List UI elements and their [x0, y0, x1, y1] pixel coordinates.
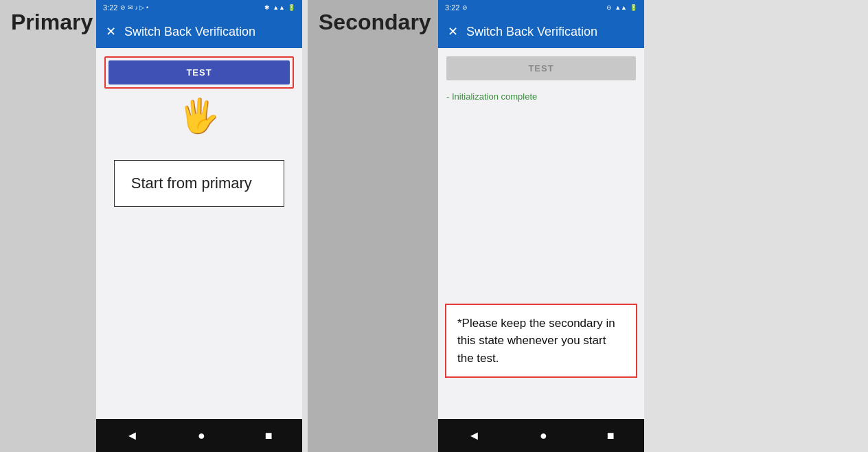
primary-phone-frame: 3:22 ⊘ ✉ ♪ ▷ • ✱ ▲▲ 🔋 ✕ Switch Back Veri…: [96, 0, 302, 452]
secondary-app-title: Switch Back Verification: [466, 25, 597, 39]
primary-wifi-icon: ▲▲: [273, 4, 285, 11]
primary-status-bar: 3:22 ⊘ ✉ ♪ ▷ • ✱ ▲▲ 🔋: [96, 0, 302, 15]
primary-test-button-wrapper: TEST: [104, 56, 294, 89]
secondary-status-right: ⊖ ▲▲ 🔋: [606, 4, 637, 11]
primary-content: TEST 🖐 Start from primary: [96, 48, 302, 419]
secondary-close-button[interactable]: ✕: [448, 25, 458, 38]
secondary-nav-bar: ◄ ● ■: [438, 419, 644, 452]
primary-label: Primary: [0, 0, 96, 452]
secondary-status-bar: 3:22 ⊘ ⊖ ▲▲ 🔋: [438, 0, 644, 15]
primary-status-left: 3:22 ⊘ ✉ ♪ ▷ •: [103, 3, 148, 12]
primary-start-box: Start from primary: [114, 160, 284, 207]
primary-test-button[interactable]: TEST: [108, 60, 290, 84]
primary-app-bar: ✕ Switch Back Verification: [96, 15, 302, 48]
secondary-panel: Secondary 3:22 ⊘ ⊖ ▲▲ 🔋 ✕ Switch Back Ve…: [308, 0, 644, 452]
secondary-recent-button[interactable]: ■: [607, 429, 615, 443]
secondary-wifi-icon: ▲▲: [615, 4, 627, 11]
panel-divider: [302, 0, 308, 452]
primary-status-icons: ⊘ ✉ ♪ ▷ •: [120, 4, 148, 11]
secondary-circle-icon: ⊖: [606, 4, 612, 11]
primary-recent-button[interactable]: ■: [265, 429, 273, 443]
secondary-status-icons: ⊘: [462, 4, 468, 11]
secondary-note-box: *Please keep the secondary in this state…: [445, 304, 637, 378]
secondary-home-button[interactable]: ●: [540, 429, 547, 443]
secondary-log-text: - Initialization complete: [446, 91, 636, 102]
primary-nav-bar: ◄ ● ■: [96, 419, 302, 452]
secondary-label: Secondary: [308, 0, 438, 452]
secondary-time: 3:22: [445, 3, 459, 12]
secondary-content: TEST - Initialization complete *Please k…: [438, 48, 644, 419]
primary-app-title: Switch Back Verification: [124, 25, 255, 39]
secondary-phone-frame: 3:22 ⊘ ⊖ ▲▲ 🔋 ✕ Switch Back Verification…: [438, 0, 644, 452]
primary-close-button[interactable]: ✕: [106, 25, 116, 38]
primary-battery-icon: 🔋: [288, 4, 295, 11]
secondary-battery-icon: 🔋: [630, 4, 637, 11]
primary-bluetooth-icon: ✱: [264, 4, 270, 11]
primary-panel: Primary 3:22 ⊘ ✉ ♪ ▷ • ✱ ▲▲ 🔋 ✕ Switch B…: [0, 0, 302, 452]
secondary-status-left: 3:22 ⊘: [445, 3, 468, 12]
secondary-app-bar: ✕ Switch Back Verification: [438, 15, 644, 48]
primary-home-button[interactable]: ●: [198, 429, 205, 443]
secondary-test-button: TEST: [446, 56, 636, 80]
primary-status-right: ✱ ▲▲ 🔋: [264, 4, 295, 11]
primary-back-button[interactable]: ◄: [126, 429, 138, 443]
primary-time: 3:22: [103, 3, 117, 12]
hand-cursor-icon: 🖐: [104, 97, 294, 135]
secondary-back-button[interactable]: ◄: [468, 429, 480, 443]
